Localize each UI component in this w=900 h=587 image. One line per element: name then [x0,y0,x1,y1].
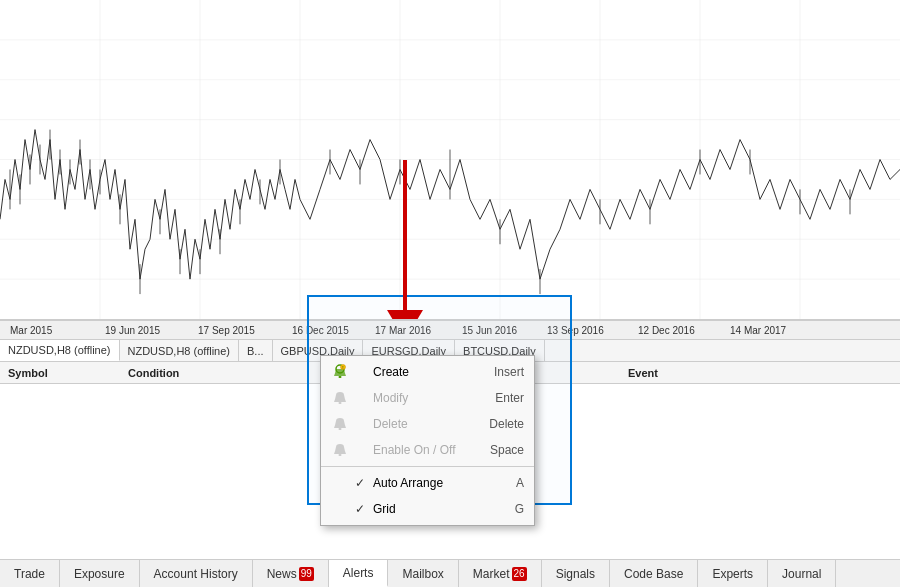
timeline-label-5: 17 Mar 2016 [375,325,431,336]
svg-rect-54 [339,428,342,430]
market-badge: 26 [512,567,527,581]
menu-item-delete[interactable]: Delete Delete [321,411,534,437]
tab-signals[interactable]: Signals [542,560,610,587]
timeline-label-3: 17 Sep 2015 [198,325,255,336]
menu-auto-arrange-label: Auto Arrange [373,476,506,490]
svg-text:!: ! [342,365,343,370]
menu-item-auto-arrange[interactable]: ✓ Auto Arrange A [321,470,534,496]
symbol-tab-1[interactable]: NZDUSD,H8 (offline) [0,340,120,361]
menu-create-label: Create [373,365,484,379]
svg-rect-50 [339,376,342,378]
tab-experts[interactable]: Experts [698,560,768,587]
auto-arrange-icon [331,474,349,492]
menu-delete-label: Delete [373,417,479,431]
menu-separator [321,466,534,467]
menu-item-enable[interactable]: Enable On / Off Space [321,437,534,463]
col-condition: Condition [120,367,320,379]
news-badge: 99 [299,567,314,581]
timeline-label-6: 15 Jun 2016 [462,325,517,336]
menu-auto-arrange-shortcut: A [516,476,524,490]
symbol-tab-3[interactable]: B... [239,340,273,361]
tab-alerts[interactable]: Alerts [329,560,389,587]
col-event: Event [620,367,900,379]
menu-item-create[interactable]: ! Create Insert [321,359,534,385]
tab-mailbox[interactable]: Mailbox [388,560,458,587]
tab-account-history[interactable]: Account History [140,560,253,587]
tab-news[interactable]: News99 [253,560,329,587]
tab-exposure[interactable]: Exposure [60,560,140,587]
timeline-label-4: 16 Dec 2015 [292,325,349,336]
menu-modify-label: Modify [373,391,485,405]
grid-icon [331,500,349,518]
bell-gray-icon-2 [331,415,349,433]
menu-enable-shortcut: Space [490,443,524,457]
timeline-label-8: 12 Dec 2016 [638,325,695,336]
menu-item-modify[interactable]: Modify Enter [321,385,534,411]
menu-delete-shortcut: Delete [489,417,524,431]
timeline-label-7: 13 Sep 2016 [547,325,604,336]
auto-arrange-check: ✓ [355,476,369,490]
grid-check: ✓ [355,502,369,516]
menu-item-grid[interactable]: ✓ Grid G [321,496,534,522]
timeline-label-1: Mar 2015 [10,325,52,336]
svg-rect-55 [339,454,342,456]
symbol-tab-2[interactable]: NZDUSD,H8 (offline) [120,340,240,361]
menu-create-shortcut: Insert [494,365,524,379]
timeline-label-9: 14 Mar 2017 [730,325,786,336]
tab-trade[interactable]: Trade [0,560,60,587]
bell-green-icon: ! [331,363,349,381]
timeline-bar: Mar 2015 19 Jun 2015 17 Sep 2015 16 Dec … [0,320,900,340]
tab-market[interactable]: Market26 [459,560,542,587]
bell-gray-icon-3 [331,441,349,459]
bell-gray-icon-1 [331,389,349,407]
svg-rect-53 [339,402,342,404]
timeline-label-2: 19 Jun 2015 [105,325,160,336]
col-symbol: Symbol [0,367,120,379]
menu-enable-label: Enable On / Off [373,443,480,457]
tab-code-base[interactable]: Code Base [610,560,698,587]
menu-grid-label: Grid [373,502,505,516]
tab-journal[interactable]: Journal [768,560,836,587]
bottom-tabs: Trade Exposure Account History News99 Al… [0,559,900,587]
chart-area [0,0,900,320]
menu-modify-shortcut: Enter [495,391,524,405]
context-menu[interactable]: ! Create Insert Modify Enter Delete Dele… [320,355,535,526]
menu-grid-shortcut: G [515,502,524,516]
